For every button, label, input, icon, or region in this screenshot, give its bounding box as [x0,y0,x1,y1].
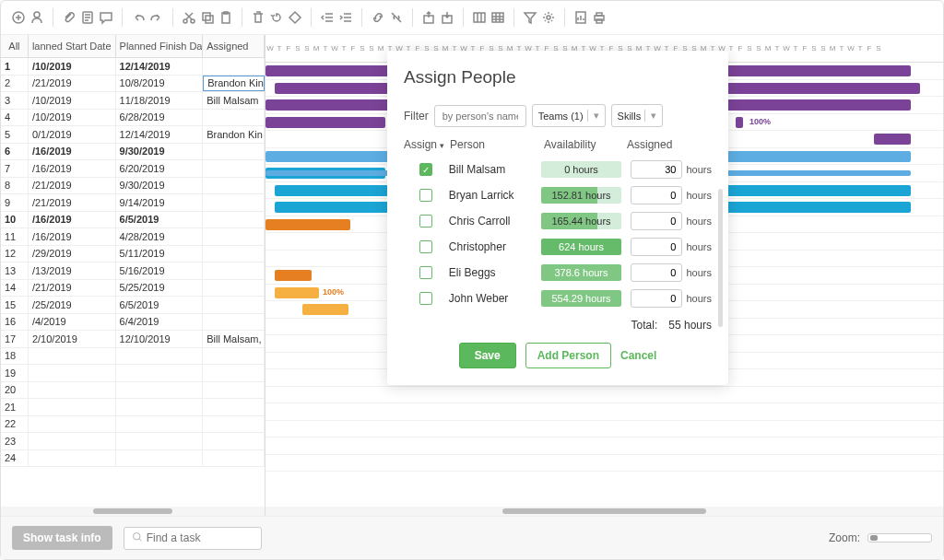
cell-finish[interactable]: 12/14/2019 [116,58,204,75]
table-row[interactable]: 13/13/20195/16/2019 [1,262,265,280]
cell-finish[interactable]: 6/28/2019 [116,110,204,126]
attach-icon[interactable] [61,9,77,26]
outdent-icon[interactable] [319,9,336,26]
cell-finish[interactable] [116,399,204,415]
cell-start[interactable]: /10/2019 [29,110,116,126]
cell-finish[interactable]: 6/4/2019 [116,314,204,331]
table-row[interactable]: 22 [1,416,265,434]
person-checkbox[interactable] [419,266,432,279]
cell-assigned[interactable] [203,58,265,75]
cell-finish[interactable] [116,348,204,365]
save-button[interactable]: Save [459,343,516,368]
cell-finish[interactable]: 6/20/2019 [116,160,204,177]
find-task-search[interactable] [124,527,262,550]
cell-assigned[interactable] [203,450,265,467]
table-row[interactable]: 12/29/20195/11/2019 [1,246,265,263]
table-row[interactable]: 16/4/20196/4/2019 [1,314,265,332]
gantt-hscroll[interactable] [266,507,943,516]
copy-icon[interactable] [199,9,216,26]
cell-assigned[interactable] [203,382,265,399]
cell-finish[interactable]: 6/5/2019 [116,297,204,313]
cell-start[interactable]: /29/2019 [29,246,116,262]
cut-icon[interactable] [181,9,197,26]
cell-assigned[interactable]: Bill Malsam, [203,331,265,347]
cell-start[interactable] [29,365,116,381]
columns-icon[interactable] [471,9,488,26]
unlink-icon[interactable] [388,9,405,26]
cell-start[interactable]: 2/10/2019 [29,331,116,347]
settings-icon[interactable] [540,9,557,26]
filter-icon[interactable] [522,9,538,26]
col-start[interactable]: lanned Start Date [29,35,116,57]
table-row[interactable]: 20 [1,382,265,400]
gantt-bar[interactable] [736,117,743,128]
comment-icon[interactable] [98,9,114,26]
cell-finish[interactable]: 12/14/2019 [116,126,204,143]
cell-start[interactable]: /21/2019 [29,280,116,297]
col-all[interactable]: All [1,35,29,57]
cell-start[interactable]: /21/2019 [29,178,116,194]
report-icon[interactable] [572,9,589,26]
milestone-icon[interactable] [287,9,303,26]
cell-finish[interactable]: 9/14/2019 [116,194,204,211]
cell-start[interactable] [29,450,116,467]
gantt-bar[interactable] [275,270,312,281]
person-checkbox[interactable] [419,163,432,176]
cell-assigned[interactable] [203,365,265,381]
table-row[interactable]: 18 [1,348,265,366]
add-icon[interactable] [10,9,27,26]
cell-assigned[interactable] [203,144,265,160]
cell-assigned[interactable] [203,314,265,331]
revert-icon[interactable] [268,9,285,26]
cell-start[interactable]: /21/2019 [29,76,116,92]
cell-start[interactable]: /16/2019 [29,212,116,228]
cell-assigned[interactable] [203,262,265,279]
grid-icon[interactable] [490,9,506,26]
cell-finish[interactable] [116,450,204,467]
cell-assigned[interactable] [203,228,265,245]
filter-input[interactable] [434,105,526,127]
gantt-bar[interactable] [302,304,348,315]
delete-icon[interactable] [250,9,266,26]
person-checkbox[interactable] [419,292,432,305]
assigned-hours-input[interactable] [631,238,682,256]
col-person[interactable]: Person [450,138,544,151]
print-icon[interactable] [591,9,608,26]
gantt-bar[interactable] [266,117,385,128]
cell-assigned[interactable] [203,212,265,228]
assigned-hours-input[interactable] [631,160,682,179]
dialog-scrollbar[interactable] [718,189,723,327]
table-row[interactable]: 9/21/20199/14/2019 [1,194,265,212]
gantt-bar[interactable] [275,202,395,213]
cell-start[interactable]: /4/2019 [29,314,116,331]
cell-start[interactable]: /13/2019 [29,262,116,279]
table-row[interactable]: 8/21/20199/30/2019 [1,178,265,195]
redo-icon[interactable] [148,9,165,26]
cell-start[interactable]: /25/2019 [29,297,116,313]
cell-finish[interactable]: 9/30/2019 [116,178,204,194]
gantt-bar[interactable] [874,134,911,145]
cell-start[interactable] [29,382,116,399]
cell-start[interactable] [29,399,116,415]
teams-dropdown[interactable]: Teams (1) ▾ [532,104,606,127]
table-row[interactable]: 11/16/20194/28/2019 [1,228,265,246]
table-row[interactable]: 1/10/201912/14/2019 [1,58,265,76]
export-icon[interactable] [420,9,437,26]
undo-icon[interactable] [130,9,147,26]
cell-assigned[interactable]: Bill Malsam [203,92,265,109]
cell-assigned[interactable] [203,280,265,297]
person-checkbox[interactable] [419,189,432,202]
cell-finish[interactable]: 12/10/2019 [116,331,204,347]
table-row[interactable]: 4/10/20196/28/2019 [1,110,265,127]
cell-finish[interactable]: 11/18/2019 [116,92,204,109]
col-finish[interactable]: Planned Finish Date [116,35,204,57]
table-row[interactable]: 21 [1,399,265,416]
paste-icon[interactable] [218,9,234,26]
show-task-info-button[interactable]: Show task info [12,526,112,550]
table-row[interactable]: 2/21/201910/8/2019Brandon Kinn [1,76,265,93]
cell-start[interactable]: /16/2019 [29,160,116,177]
add-person-button[interactable]: Add Person [525,343,611,368]
table-row[interactable]: 172/10/201912/10/2019Bill Malsam, [1,331,265,348]
cell-assigned[interactable] [203,178,265,194]
cell-start[interactable] [29,416,116,433]
